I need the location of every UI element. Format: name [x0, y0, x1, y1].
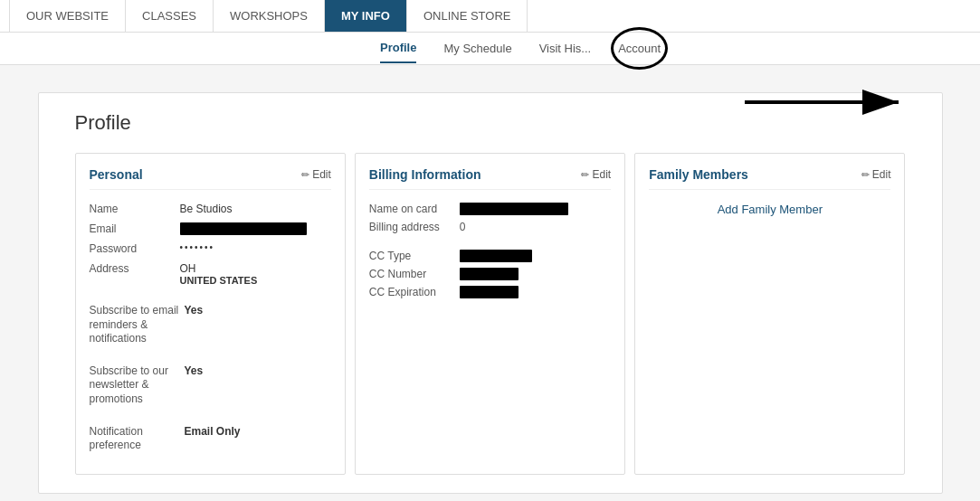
subscribe-email-value: Yes	[185, 304, 204, 346]
personal-card-title: Personal	[90, 167, 143, 182]
personal-email-row: Email	[90, 222, 331, 235]
address-country: UNITED STATES	[180, 275, 258, 286]
nav-my-info[interactable]: MY INFO	[325, 0, 407, 32]
email-label: Email	[90, 222, 180, 235]
pencil-icon: ✏	[301, 169, 309, 181]
personal-name-row: Name Be Studios	[90, 203, 331, 215]
billing-card-header: Billing Information ✏ Edit	[369, 167, 611, 190]
name-label: Name	[90, 203, 180, 215]
name-on-card-label: Name on card	[369, 203, 460, 215]
address-state: OH	[180, 262, 258, 275]
nav-our-website[interactable]: OUR WEBSITE	[9, 0, 126, 32]
family-edit-link[interactable]: ✏ Edit	[861, 168, 891, 181]
personal-edit-link[interactable]: ✏ Edit	[301, 168, 331, 181]
pencil-icon: ✏	[581, 169, 589, 181]
nav-workshops[interactable]: WORKSHOPS	[214, 0, 325, 32]
cc-type-redacted	[460, 250, 532, 262]
family-card-header: Family Members ✏ Edit	[649, 167, 890, 190]
nav-online-store[interactable]: ONLINE STORE	[407, 0, 528, 32]
personal-card: Personal ✏ Edit Name Be Studios Email	[75, 153, 346, 475]
main-content: Profile Personal ✏ Edit Name Be Studios	[38, 92, 943, 494]
sub-navigation: Profile My Schedule Visit His... Account	[0, 33, 980, 65]
pencil-icon: ✏	[861, 169, 870, 181]
billing-address-value: 0	[460, 221, 466, 233]
cc-expiration-row: CC Expiration	[369, 286, 611, 298]
personal-password-row: Password •••••••	[90, 242, 331, 255]
personal-address-row: Address OH UNITED STATES	[90, 262, 331, 286]
cc-number-label: CC Number	[369, 268, 460, 280]
billing-card-title: Billing Information	[369, 167, 481, 182]
cc-expiration-redacted	[460, 286, 519, 298]
billing-name-row: Name on card	[369, 203, 611, 215]
personal-edit-label: Edit	[312, 168, 331, 181]
password-label: Password	[90, 242, 180, 255]
sub-nav-wrapper: Profile My Schedule Visit His... Account	[0, 33, 980, 65]
nav-classes[interactable]: CLASSES	[126, 0, 214, 32]
billing-edit-link[interactable]: ✏ Edit	[581, 168, 611, 181]
cc-expiration-label: CC Expiration	[369, 286, 460, 298]
billing-address-label: Billing address	[369, 221, 460, 233]
account-tab-label: Account	[618, 42, 661, 55]
name-on-card-redacted	[460, 203, 568, 215]
page-title: Profile	[75, 111, 906, 135]
family-edit-label: Edit	[872, 168, 891, 181]
family-card-title: Family Members	[649, 167, 748, 182]
cc-type-row: CC Type	[369, 250, 611, 262]
email-redacted	[180, 222, 307, 235]
tab-visit-history[interactable]: Visit His...	[539, 34, 592, 62]
page-wrapper: OUR WEBSITE CLASSES WORKSHOPS MY INFO ON…	[0, 0, 980, 501]
address-label: Address	[90, 262, 180, 286]
tab-my-schedule[interactable]: My Schedule	[443, 34, 511, 62]
family-card: Family Members ✏ Edit Add Family Member	[634, 153, 905, 475]
billing-edit-label: Edit	[592, 168, 611, 181]
personal-notification-row: Notification preference Email Only	[90, 425, 331, 453]
password-value: •••••••	[180, 242, 215, 255]
cards-row: Personal ✏ Edit Name Be Studios Email	[75, 153, 906, 475]
subscribe-newsletter-value: Yes	[185, 364, 204, 407]
address-values: OH UNITED STATES	[180, 262, 258, 286]
billing-card: Billing Information ✏ Edit Name on card …	[355, 153, 625, 475]
tab-account[interactable]: Account	[618, 34, 661, 62]
subscribe-newsletter-label: Subscribe to our newsletter & promotions	[90, 364, 180, 407]
notification-label: Notification preference	[90, 425, 180, 453]
personal-subscribe-email-row: Subscribe to email reminders & notificat…	[90, 304, 331, 346]
notification-value: Email Only	[185, 425, 241, 453]
cc-number-redacted	[460, 268, 519, 280]
add-family-member-button[interactable]: Add Family Member	[649, 203, 890, 216]
top-navigation: OUR WEBSITE CLASSES WORKSHOPS MY INFO ON…	[0, 0, 980, 33]
cc-number-row: CC Number	[369, 268, 611, 280]
tab-profile[interactable]: Profile	[380, 33, 416, 63]
name-value: Be Studios	[180, 203, 233, 215]
billing-address-row: Billing address 0	[369, 221, 611, 233]
personal-card-header: Personal ✏ Edit	[90, 167, 331, 190]
subscribe-email-label: Subscribe to email reminders & notificat…	[90, 304, 180, 346]
personal-subscribe-newsletter-row: Subscribe to our newsletter & promotions…	[90, 364, 331, 407]
cc-type-label: CC Type	[369, 250, 460, 262]
